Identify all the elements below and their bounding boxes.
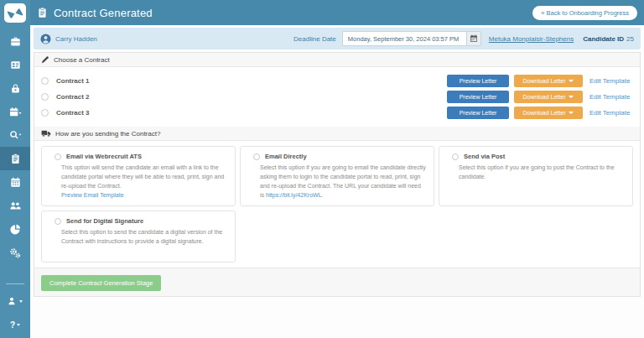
user-menu-icon (8, 296, 18, 306)
sending-option-radio[interactable] (55, 153, 61, 160)
download-letter-button[interactable]: Download Letter (514, 107, 583, 119)
contract-radio[interactable] (41, 77, 49, 85)
option-description: Select this option to send the candidate… (61, 228, 227, 247)
butterfly-logo-icon (7, 7, 23, 20)
sidebar-item-bag[interactable] (0, 76, 30, 100)
option-description: Select this option if you are going to p… (459, 164, 625, 182)
preview-letter-button[interactable]: Preview Letter (447, 91, 509, 103)
contract-radio[interactable] (41, 109, 49, 117)
edit-template-link[interactable]: Edit Template (589, 109, 633, 117)
caret-down-icon (569, 112, 574, 114)
option-title-row: Send for Digital Signature (49, 217, 227, 225)
complete-contract-stage-button[interactable]: Complete Contract Generation Stage (41, 275, 161, 291)
download-letter-button[interactable]: Download Letter (514, 91, 583, 103)
user-circle-icon (40, 34, 51, 44)
sidebar: ? (0, 0, 30, 338)
contract-row: Contract 1 Preview Letter Download Lette… (41, 75, 633, 87)
sidebar-divider (6, 283, 24, 284)
option-title-row: Send via Post (447, 153, 625, 160)
back-to-onboarding-button[interactable]: « Back to Onboarding Progress (532, 6, 637, 20)
deadline-date-label: Deadline Date (293, 35, 336, 43)
main-content: Carry Hadden Deadline Date Metuka Monpla… (30, 25, 644, 338)
calendar-icon (470, 34, 478, 43)
calendar-picker-button[interactable] (466, 31, 481, 46)
sidebar-item-search-dropdown[interactable] (0, 123, 30, 147)
caret-down-icon (569, 80, 574, 82)
candidate-info-bar: Carry Hadden Deadline Date Metuka Monpla… (34, 28, 641, 49)
truck-icon (41, 129, 51, 138)
candidate-bar-right: Deadline Date Metuka Monplaisir-Stephens… (293, 31, 634, 46)
calendar-icon (10, 177, 21, 188)
candidate-id-value: 25 (626, 35, 634, 43)
top-header-bar: Contract Generated « Back to Onboarding … (30, 0, 644, 25)
briefcase-icon (10, 36, 21, 47)
sidebar-item-user-menu[interactable] (0, 289, 30, 313)
choose-contract-title: Choose a Contract (54, 56, 110, 64)
sidebar-item-pie-chart[interactable] (0, 217, 30, 241)
option-label: Email via Webrecruit ATS (66, 153, 142, 160)
search-dropdown-icon (9, 130, 22, 141)
users-icon (9, 200, 21, 211)
option-title-row: Email Directly (248, 153, 426, 160)
sidebar-item-cogs[interactable] (0, 241, 30, 264)
contract-row-actions: Preview Letter Download Letter Edit Temp… (447, 75, 633, 87)
manager-name-link[interactable]: Metuka Monplaisir-Stephens (489, 35, 574, 43)
preview-email-template-link[interactable]: Preview Email Template (61, 192, 124, 198)
edit-template-link[interactable]: Edit Template (589, 93, 633, 101)
option-label: Send for Digital Signature (66, 217, 143, 225)
caret-down-icon (17, 324, 20, 326)
panel-footer: Complete Contract Generation Stage (34, 268, 640, 296)
sending-options-grid: Email via Webrecruit ATS This option wil… (34, 141, 640, 268)
sending-option-radio[interactable] (452, 153, 459, 160)
option-card-send-via-post: Send via Post Select this option if you … (439, 146, 633, 206)
pencil-icon (41, 55, 49, 64)
sidebar-item-briefcase[interactable] (0, 29, 30, 53)
option-card-email-directly: Email Directly Select this option if you… (240, 146, 434, 206)
sidebar-item-calendar-dropdown[interactable] (0, 100, 30, 123)
help-icon: ? (10, 320, 15, 330)
sidebar-item-users[interactable] (0, 194, 30, 217)
page-title: Contract Generated (54, 7, 153, 19)
download-letter-button[interactable]: Download Letter (514, 75, 583, 87)
candidate-portal-url-link[interactable]: https://bit.ly/42KroWL (266, 192, 322, 198)
option-card-email-ats: Email via Webrecruit ATS This option wil… (41, 146, 236, 206)
choose-contract-body: Contract 1 Preview Letter Download Lette… (34, 67, 640, 127)
contract-row-actions: Preview Letter Download Letter Edit Temp… (447, 107, 633, 119)
contract-panel: Choose a Contract Contract 1 Preview Let… (34, 52, 641, 297)
app-logo[interactable] (4, 3, 26, 23)
contract-row-actions: Preview Letter Download Letter Edit Temp… (447, 91, 633, 103)
clipboard-icon (37, 7, 48, 18)
deadline-date-input[interactable] (342, 31, 466, 46)
contract-row: Contract 2 Preview Letter Download Lette… (41, 91, 633, 103)
sending-section-header: How are you sending the Contract? (34, 127, 640, 141)
option-description: This option will send the candidate an e… (61, 164, 227, 200)
preview-letter-button[interactable]: Preview Letter (447, 107, 509, 119)
cogs-icon (9, 247, 21, 258)
choose-contract-section-header: Choose a Contract (34, 53, 640, 67)
option-label: Email Directly (265, 153, 307, 160)
contract-label: Contract 3 (56, 109, 90, 117)
candidate-id-label: Candidate ID (583, 35, 624, 43)
sidebar-item-calendar[interactable] (0, 170, 30, 194)
sidebar-item-help-menu[interactable]: ? (0, 313, 30, 336)
contract-radio[interactable] (41, 93, 49, 101)
bag-icon (10, 83, 21, 94)
pie-chart-icon (10, 224, 21, 235)
sending-option-radio[interactable] (55, 218, 61, 225)
contract-label: Contract 1 (56, 77, 90, 85)
option-card-digital-signature: Send for Digital Signature Select this o… (41, 211, 236, 263)
sending-option-radio[interactable] (253, 153, 260, 160)
sidebar-item-contracts-active[interactable] (0, 147, 30, 170)
caret-down-icon (569, 96, 574, 98)
contract-row: Contract 3 Preview Letter Download Lette… (41, 107, 633, 119)
option-label: Send via Post (464, 153, 505, 160)
calendar-dropdown-icon (9, 107, 22, 117)
sidebar-item-id-card[interactable] (0, 53, 30, 76)
clipboard-icon (10, 153, 21, 164)
sending-section-title: How are you sending the Contract? (55, 130, 160, 138)
preview-letter-button[interactable]: Preview Letter (447, 75, 509, 87)
edit-template-link[interactable]: Edit Template (589, 77, 633, 85)
option-title-row: Email via Webrecruit ATS (49, 153, 227, 160)
sidebar-bottom: ? (0, 278, 30, 336)
id-card-icon (10, 60, 21, 70)
